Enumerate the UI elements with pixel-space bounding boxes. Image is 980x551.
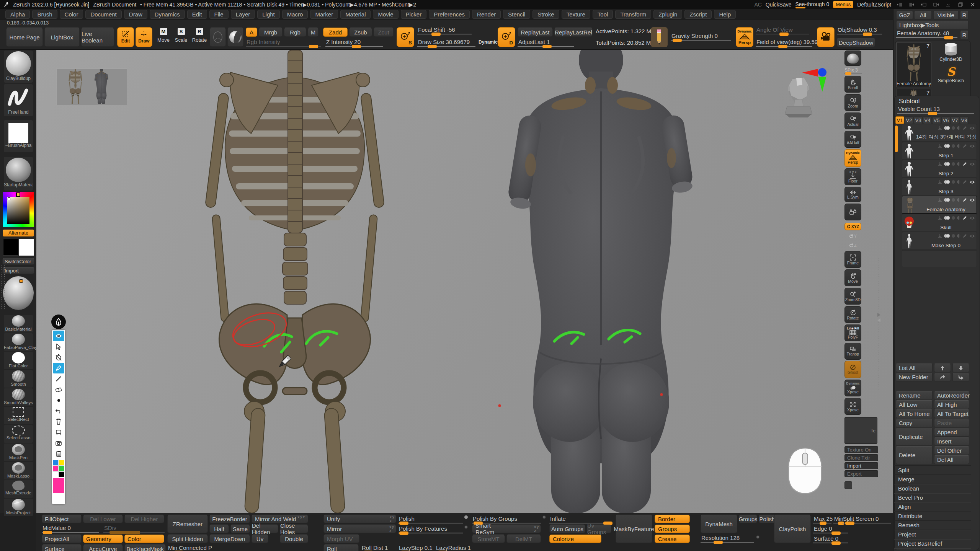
move-3d-button[interactable]: Move	[844, 269, 861, 286]
sculpt-canvas[interactable]	[36, 50, 893, 513]
menu-item[interactable]: Stencil	[503, 10, 530, 19]
project-all-button[interactable]: ProjectAll	[42, 535, 82, 543]
material-item[interactable]: FabioPaiva_Clay2	[4, 333, 33, 351]
merge-down-button[interactable]: MergeDown	[209, 535, 250, 543]
dock-left-icon[interactable]	[920, 2, 928, 8]
paint-brush-icon[interactable]	[962, 197, 967, 202]
unify-button[interactable]: Unify x y z	[323, 515, 396, 523]
goz-visible-button[interactable]: Visible	[933, 11, 959, 20]
adjust-last-slider[interactable]: AdjustLast 1	[518, 39, 574, 48]
all-to-target-button[interactable]: All To Target	[934, 409, 969, 418]
clipboard-button[interactable]	[53, 448, 64, 459]
gravity-strength-slider[interactable]: Gravity Strength 0	[671, 33, 731, 42]
uv-icon[interactable]	[952, 144, 955, 148]
frame-button[interactable]: Frame	[844, 251, 861, 268]
z-intensity-slider[interactable]: Z Intensity 20	[325, 39, 383, 48]
rotate-3d-button[interactable]: Rotate	[844, 306, 861, 323]
current-color-swatch[interactable]	[53, 478, 64, 493]
subtool-row[interactable]: Step 3	[902, 178, 977, 196]
morph-uv-button[interactable]: Morph UV	[323, 535, 359, 543]
append-button[interactable]: Append	[934, 428, 969, 437]
subtool-row[interactable]: Step 2	[902, 160, 977, 178]
a-toggle-button[interactable]: A	[246, 28, 257, 37]
uv-icon[interactable]	[952, 162, 955, 166]
visibility-eye-icon[interactable]	[969, 216, 975, 220]
dots-stroke-button[interactable]: D	[498, 27, 515, 47]
lazy-step-slider[interactable]: LazyStep 0.1	[398, 544, 433, 551]
list-all-button[interactable]: List All	[896, 364, 933, 372]
freeze-border-button[interactable]: FreezeBorder	[209, 515, 250, 523]
menu-item[interactable]: Light	[257, 10, 280, 19]
displacement-icon[interactable]	[957, 234, 960, 238]
menus-button[interactable]: Menus	[833, 1, 853, 8]
material-item[interactable]: MaskLasso	[4, 462, 33, 479]
xpose-button[interactable]: Xpose	[844, 398, 861, 415]
all-low-button[interactable]: All Low	[896, 400, 933, 409]
clone-texture-button[interactable]: Clone Txtr	[844, 454, 878, 461]
move-in-button[interactable]	[952, 373, 969, 381]
obj-shadow-slider[interactable]: ObjShadow 0.3	[837, 26, 882, 36]
brush-alpha[interactable]: ~BrushAlpha	[4, 120, 33, 152]
texture-slot-button[interactable]	[227, 28, 243, 47]
tool-thumb-female-anatomy[interactable]: 7 Female Anatomy	[896, 42, 931, 87]
field-of-view-slider[interactable]: Field of view(deg) 39.59775	[756, 39, 812, 48]
rename-button[interactable]: Rename	[896, 391, 933, 400]
dock-right-icon[interactable]	[932, 2, 940, 8]
rotate-xyz-button[interactable]: XYZ	[844, 223, 861, 230]
palette-color[interactable]	[53, 471, 59, 477]
polypaint-icon[interactable]	[944, 126, 950, 130]
subtool-tab[interactable]: V7	[951, 116, 959, 124]
reference-image[interactable]	[57, 68, 127, 105]
secondary-color-swatch[interactable]	[19, 239, 34, 256]
persp-toggle-button[interactable]: Dynamic Persp	[844, 149, 861, 167]
subtool-row[interactable]: Female Anatomy	[902, 196, 977, 214]
actual-button[interactable]: Actual	[844, 112, 861, 129]
auto-groups-button[interactable]: Auto Groups	[549, 525, 585, 533]
m-button[interactable]: M	[308, 28, 318, 37]
border-button[interactable]: Border	[655, 515, 690, 523]
geometry-button[interactable]: Geometry	[83, 535, 123, 543]
collapse-left-icon[interactable]	[895, 2, 903, 8]
polyframe-button[interactable]: Line Fill PolyF	[844, 324, 861, 341]
mid-value-slider[interactable]: MidValue 0	[42, 525, 99, 534]
restore-icon[interactable]	[956, 2, 965, 8]
collapse-right-icon[interactable]	[907, 2, 916, 8]
texture-preview[interactable]: Te	[844, 417, 877, 444]
half-button[interactable]: Half	[209, 525, 229, 533]
surface-button[interactable]: Surface	[42, 544, 82, 551]
sv-cursor[interactable]	[8, 197, 10, 200]
material-item[interactable]: MaskPen	[4, 443, 33, 461]
material-item[interactable]: MeshExtrude	[4, 480, 33, 498]
new-folder-button[interactable]: New Folder	[896, 373, 933, 381]
mrgb-button[interactable]: Mrgb	[259, 28, 283, 37]
uv-button[interactable]: Uv	[252, 535, 268, 543]
startup-material[interactable]: StartupMaterial	[4, 157, 33, 191]
home-page-button[interactable]: Home Page	[6, 28, 43, 47]
current-material-preview[interactable]	[3, 276, 34, 311]
goz-arrow-icon[interactable]	[938, 162, 942, 166]
displacement-icon[interactable]	[957, 198, 960, 202]
subtool-empty-row[interactable]	[902, 250, 977, 267]
uv-icon[interactable]	[952, 198, 955, 202]
rotate-y-button[interactable]: Y	[844, 232, 861, 240]
main-color-swatch[interactable]	[3, 239, 18, 256]
dynamesh-groups-button[interactable]: Groups	[739, 515, 757, 523]
menu-item[interactable]: Picker	[401, 10, 427, 19]
split-hidden-button[interactable]: Split Hidden	[167, 535, 208, 543]
switchcolor-button[interactable]: SwitchColor	[2, 258, 34, 265]
polypaint-icon[interactable]	[944, 216, 950, 220]
groups-button[interactable]: Groups	[655, 525, 690, 533]
menu-item[interactable]: Draw	[124, 10, 147, 19]
roll-dist-slider[interactable]: Roll Dist 1	[361, 544, 395, 551]
gravity-button[interactable]	[651, 27, 668, 47]
line-tool-button[interactable]	[53, 373, 64, 384]
uv-icon[interactable]	[952, 234, 955, 238]
timer-off-button[interactable]	[53, 352, 64, 363]
goz-all-button[interactable]: All	[914, 11, 932, 20]
texture-export-button[interactable]: Export	[844, 470, 878, 477]
polish-by-features-slider[interactable]: Polish By Features	[398, 525, 463, 535]
section-row[interactable]: Distribute	[894, 511, 971, 520]
color-picker[interactable]	[3, 192, 34, 227]
duplicate-button[interactable]: Duplicate	[896, 428, 933, 446]
auto-reorder-button[interactable]: AutoReorder	[934, 391, 969, 400]
